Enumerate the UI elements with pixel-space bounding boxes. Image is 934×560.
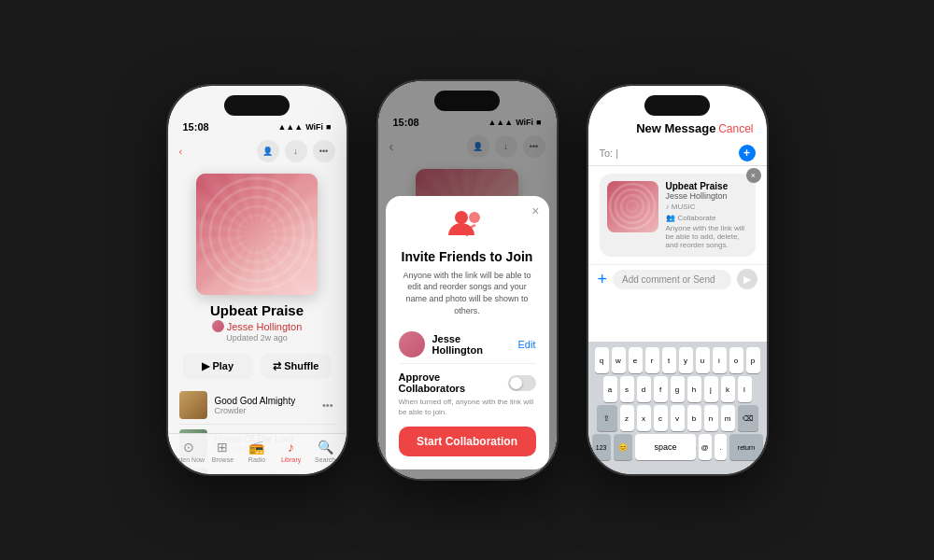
wifi-icon-1: WiFi — [305, 122, 323, 132]
message-title: New Message — [634, 121, 719, 135]
shuffle-button-1[interactable]: ⇄ Shuffle — [261, 354, 332, 379]
key-f[interactable]: f — [654, 376, 668, 402]
phone-3: New Message Cancel To: | + × — [587, 84, 769, 476]
song-info-0: Good God Almighty Crowder — [215, 396, 313, 415]
cancel-button[interactable]: Cancel — [718, 122, 753, 135]
approve-toggle[interactable] — [508, 375, 536, 391]
play-button-1[interactable]: ▶ Play — [183, 354, 254, 379]
key-g[interactable]: g — [671, 376, 685, 402]
att-artist: Jesse Hollington — [666, 191, 748, 201]
tab-radio[interactable]: 📻 Radio — [240, 440, 275, 463]
att-source: ♪ MUSIC — [666, 203, 748, 211]
keyboard-row-1: q w e r t y u i o p — [592, 347, 763, 373]
key-e[interactable]: e — [629, 347, 643, 373]
keyboard-row-2: a s d f g h j k l — [592, 376, 763, 402]
library-icon: ♪ — [288, 440, 294, 455]
modal-title: Invite Friends to Join — [399, 249, 536, 264]
modal-overlay-2[interactable]: × Invite Friends to Join Anyone with the… — [378, 81, 557, 479]
period-key[interactable]: . — [715, 434, 728, 460]
artist-avatar-1 — [212, 320, 224, 332]
key-p[interactable]: p — [746, 347, 760, 373]
album-art-container-1: Upbeat Praise Jesse Hollington Updated 2… — [168, 166, 347, 348]
attachment-container: × Upbeat Praise Jesse Hollington ♪ — [588, 166, 767, 264]
delete-key[interactable]: ⌫ — [738, 405, 758, 431]
key-i[interactable]: i — [713, 347, 727, 373]
collab-label: Collaborate — [678, 214, 716, 222]
key-t[interactable]: t — [662, 347, 676, 373]
tab-browse[interactable]: ⊞ Browse — [205, 440, 240, 463]
key-j[interactable]: j — [704, 376, 718, 402]
key-l[interactable]: l — [738, 376, 752, 402]
att-collab-desc: Anyone with the link will be able to add… — [666, 224, 748, 249]
key-b[interactable]: b — [687, 405, 701, 431]
listen-now-icon: ⊙ — [183, 440, 194, 455]
space-key[interactable]: space — [635, 434, 696, 460]
key-h[interactable]: h — [687, 376, 701, 402]
key-m[interactable]: m — [721, 405, 735, 431]
tab-listen-now[interactable]: ⊙ Listen Now — [172, 440, 206, 463]
tab-search[interactable]: 🔍 Search — [308, 440, 343, 463]
more-icon-1[interactable]: ••• — [313, 140, 335, 162]
key-u[interactable]: u — [696, 347, 710, 373]
start-collaboration-button[interactable]: Start Collaboration — [399, 427, 536, 456]
modal-toggle-row: Approve Collaborators — [399, 371, 536, 394]
num-key[interactable]: 123 — [592, 434, 611, 460]
song-more-0[interactable]: ••• — [320, 399, 335, 411]
key-v[interactable]: v — [671, 405, 685, 431]
modal-close-btn[interactable]: × — [531, 203, 539, 218]
key-k[interactable]: k — [721, 376, 735, 402]
to-label: To: | — [600, 147, 619, 159]
emoji-key[interactable]: 😊 — [614, 434, 632, 460]
keyboard-row-4: 123 😊 space @ . return — [592, 434, 763, 460]
key-s[interactable]: s — [620, 376, 634, 402]
playback-buttons-1: ▶ Play ⇄ Shuffle — [168, 348, 347, 385]
artist-name-1[interactable]: Jesse Hollington — [227, 321, 303, 332]
key-c[interactable]: c — [654, 405, 668, 431]
back-icon-1[interactable]: ‹ — [179, 146, 183, 157]
browse-icon: ⊞ — [217, 440, 228, 455]
key-z[interactable]: z — [620, 405, 634, 431]
key-x[interactable]: x — [637, 405, 651, 431]
tab-label-browse: Browse — [212, 456, 234, 463]
attachment-card: × Upbeat Praise Jesse Hollington ♪ — [600, 174, 756, 257]
att-wave-art — [607, 181, 658, 232]
attachment-close-btn[interactable]: × — [746, 168, 761, 183]
song-artist-0: Crowder — [215, 406, 313, 415]
download-icon-1[interactable]: ↓ — [285, 140, 307, 162]
signal-icon-1: ▲▲▲ — [277, 122, 303, 132]
modal-toggle-desc: When turned off, anyone with the link wi… — [399, 398, 536, 417]
album-title-1: Upbeat Praise — [210, 302, 304, 318]
toggle-thumb — [510, 377, 522, 389]
collab-icon: 👥 — [666, 214, 675, 222]
key-o[interactable]: o — [729, 347, 743, 373]
svg-point-0 — [455, 211, 468, 224]
radio-icon: 📻 — [248, 440, 264, 455]
message-input[interactable]: Add comment or Send — [613, 270, 730, 289]
song-item-0[interactable]: Good God Almighty Crowder ••• — [179, 386, 335, 425]
key-r[interactable]: r — [645, 347, 659, 373]
key-a[interactable]: a — [603, 376, 617, 402]
battery-icon-1: ■ — [326, 122, 331, 132]
tab-label-library: Library — [281, 456, 301, 463]
time-1: 15:08 — [183, 121, 209, 133]
add-person-icon-1[interactable]: 👤 — [257, 140, 279, 162]
return-key[interactable]: return — [729, 434, 762, 460]
song-name-0: Good God Almighty — [215, 396, 313, 406]
key-n[interactable]: n — [704, 405, 718, 431]
search-icon: 🔍 — [318, 440, 333, 455]
modal-edit-btn[interactable]: Edit — [518, 339, 536, 350]
key-d[interactable]: d — [637, 376, 651, 402]
add-attachment-btn[interactable]: + — [598, 270, 608, 289]
send-button[interactable]: ▶ — [737, 269, 757, 289]
key-w[interactable]: w — [612, 347, 626, 373]
shift-key[interactable]: ⇧ — [597, 405, 617, 431]
at-key[interactable]: @ — [699, 434, 712, 460]
add-recipient-btn[interactable]: + — [739, 145, 756, 161]
phone-2: 15:08 ▲▲▲ WiFi ■ ‹ 👤 ↓ ••• Upbeat Praise — [376, 79, 559, 481]
invite-modal: × Invite Friends to Join Anyone with the… — [386, 196, 549, 469]
key-y[interactable]: y — [679, 347, 693, 373]
att-collab-row: 👥 Collaborate — [666, 214, 748, 222]
tab-library[interactable]: ♪ Library — [274, 440, 308, 463]
key-q[interactable]: q — [595, 347, 609, 373]
phone-3-screen: New Message Cancel To: | + × — [588, 86, 767, 474]
